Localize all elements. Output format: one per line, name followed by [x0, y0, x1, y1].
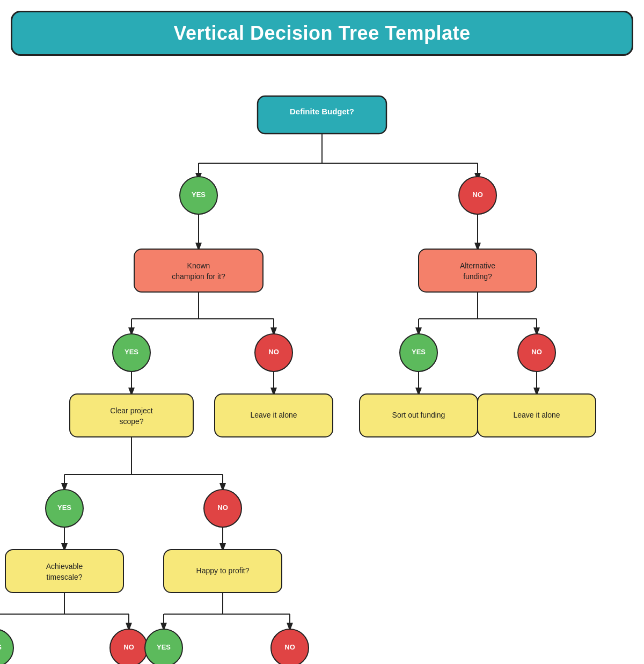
- decision-tree-svg: Definite Budget? YES NO Known champion f…: [11, 72, 633, 664]
- no-label-3: NO: [531, 348, 542, 356]
- timescale-box: [5, 550, 123, 593]
- alt-funding-box: [419, 249, 537, 292]
- yes-label-5: YES: [0, 643, 2, 651]
- sort-funding-label: Sort out funding: [392, 411, 445, 419]
- diagram-container: Definite Budget? YES NO Known champion f…: [11, 72, 633, 664]
- known-champion-label-2: champion for it?: [172, 272, 225, 281]
- known-champion-box: [134, 249, 263, 292]
- clear-scope-label-2: scope?: [119, 417, 143, 426]
- known-champion-label-1: Known: [187, 261, 210, 270]
- yes-label-2: YES: [125, 348, 138, 356]
- no-label-6: NO: [284, 643, 295, 651]
- yes-label-3: YES: [412, 348, 426, 356]
- no-label-1: NO: [472, 191, 483, 199]
- title-banner: Vertical Decision Tree Template: [11, 11, 633, 56]
- yes-label-6: YES: [157, 643, 171, 651]
- leave-alone-label-1: Leave it alone: [250, 411, 297, 419]
- timescale-label-1: Achievable: [46, 562, 83, 571]
- page-title: Vertical Decision Tree Template: [12, 22, 632, 45]
- yes-circle-5: [0, 629, 13, 664]
- alt-funding-label-2: funding?: [463, 272, 492, 281]
- clear-scope-label-1: Clear project: [110, 406, 152, 415]
- no-label-2: NO: [268, 348, 279, 356]
- clear-scope-box: [70, 394, 193, 437]
- alt-funding-label-1: Alternative: [460, 261, 495, 270]
- timescale-label-2: timescale?: [47, 573, 83, 581]
- root-label: Definite Budget?: [290, 107, 354, 116]
- no-label-4: NO: [217, 504, 228, 512]
- page-wrapper: Vertical Decision Tree Template Definite…: [0, 0, 644, 664]
- yes-label-1: YES: [192, 191, 206, 199]
- leave-alone-label-2: Leave it alone: [513, 411, 560, 419]
- no-label-5: NO: [123, 643, 134, 651]
- yes-label-4: YES: [57, 504, 71, 512]
- happy-profit-label: Happy to profit?: [196, 566, 250, 575]
